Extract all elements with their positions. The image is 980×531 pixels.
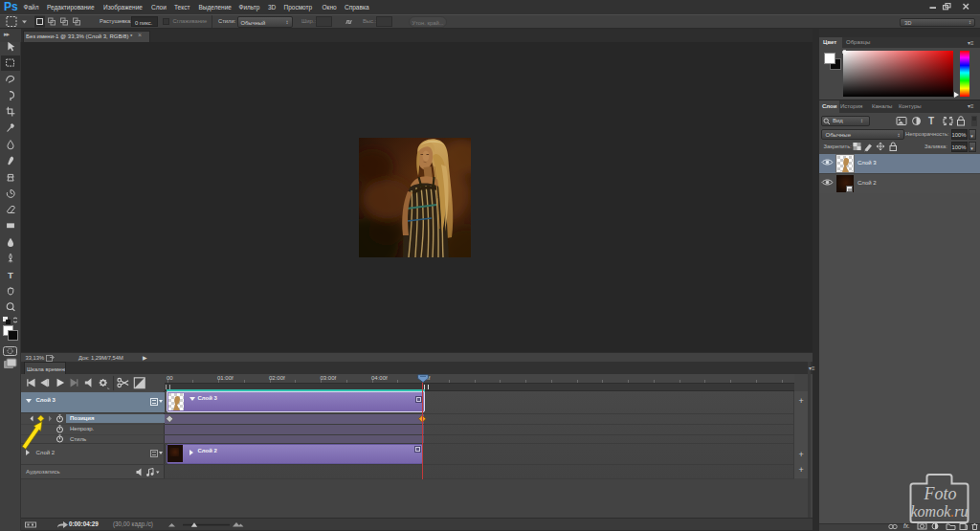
svg-text:T: T <box>928 116 934 126</box>
svg-text:T: T <box>8 270 13 280</box>
svg-text:komok.ru: komok.ru <box>911 503 969 520</box>
svg-text:Foto: Foto <box>924 484 957 503</box>
